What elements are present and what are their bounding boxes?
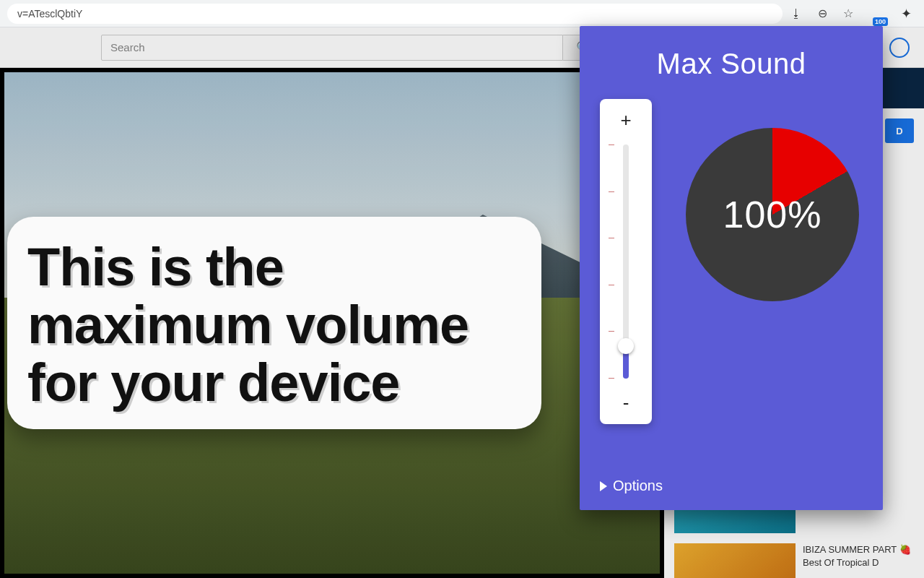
max-sound-extension-icon[interactable]: 100: [868, 4, 886, 23]
popup-title: Max Sound: [657, 48, 806, 80]
list-item[interactable]: IBIZA SUMMER PART 🍓 Best Of Tropical D: [674, 543, 914, 578]
address-bar-actions: ⭳ ⊖ ☆ 100 ✦: [790, 4, 912, 23]
extensions-puzzle-icon[interactable]: ✦: [899, 7, 912, 20]
search-input[interactable]: Search: [101, 35, 563, 61]
extension-badge-value: 100: [873, 17, 888, 26]
search-placeholder: Search: [110, 41, 145, 53]
download-button[interactable]: D: [885, 118, 914, 143]
slider-thumb[interactable]: [618, 338, 634, 354]
volume-slider-panel: + -: [600, 99, 652, 424]
volume-decrease-button[interactable]: -: [623, 392, 629, 414]
url-text: v=ATesclQbtiY: [17, 8, 82, 20]
volume-gauge: 100%: [686, 128, 859, 301]
disclosure-triangle-icon: [600, 481, 607, 491]
bookmark-star-icon[interactable]: ☆: [842, 7, 855, 20]
volume-increase-button[interactable]: +: [620, 109, 631, 131]
video-thumbnail: [674, 543, 796, 578]
slider-ticks: [609, 144, 616, 379]
volume-percent-label: 100%: [686, 128, 859, 301]
max-sound-popup: Max Sound + - 100% Options: [580, 26, 883, 510]
annotation-caption-card: This is the maximum volume for your devi…: [7, 217, 541, 429]
account-avatar[interactable]: [889, 38, 910, 58]
annotation-caption-text: This is the maximum volume for your devi…: [27, 238, 521, 412]
video-title: IBIZA SUMMER PART 🍓 Best Of Tropical D: [803, 543, 914, 569]
browser-address-bar: v=ATesclQbtiY ⭳ ⊖ ☆ 100 ✦: [0, 0, 924, 27]
download-icon[interactable]: ⭳: [790, 7, 803, 20]
volume-slider[interactable]: [600, 131, 652, 392]
omnibox[interactable]: v=ATesclQbtiY: [7, 4, 783, 24]
options-toggle[interactable]: Options: [600, 478, 663, 494]
options-label: Options: [613, 478, 663, 494]
zoom-out-icon[interactable]: ⊖: [816, 7, 829, 20]
